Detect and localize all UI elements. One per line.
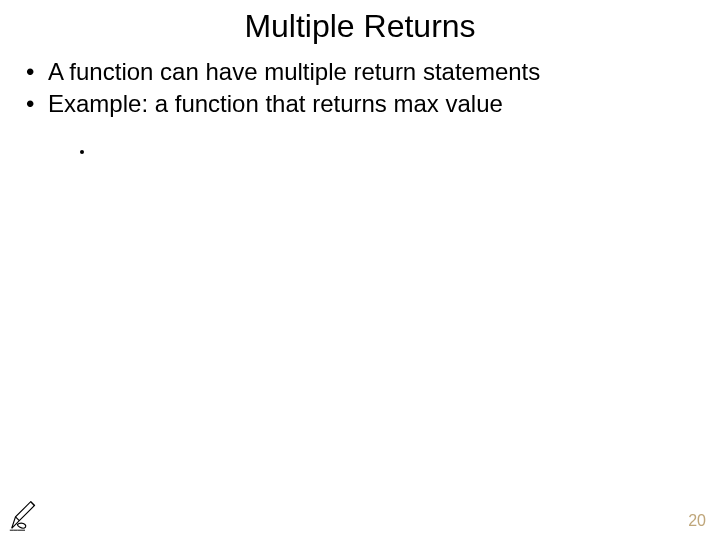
page-number: 20 (688, 512, 706, 530)
bullet-list: A function can have multiple return stat… (0, 57, 720, 119)
bullet-item: Example: a function that returns max val… (26, 89, 710, 119)
slide-title: Multiple Returns (0, 0, 720, 57)
sub-bullet-marker (80, 150, 84, 154)
writing-hand-icon (6, 496, 44, 534)
bullet-item: A function can have multiple return stat… (26, 57, 710, 87)
